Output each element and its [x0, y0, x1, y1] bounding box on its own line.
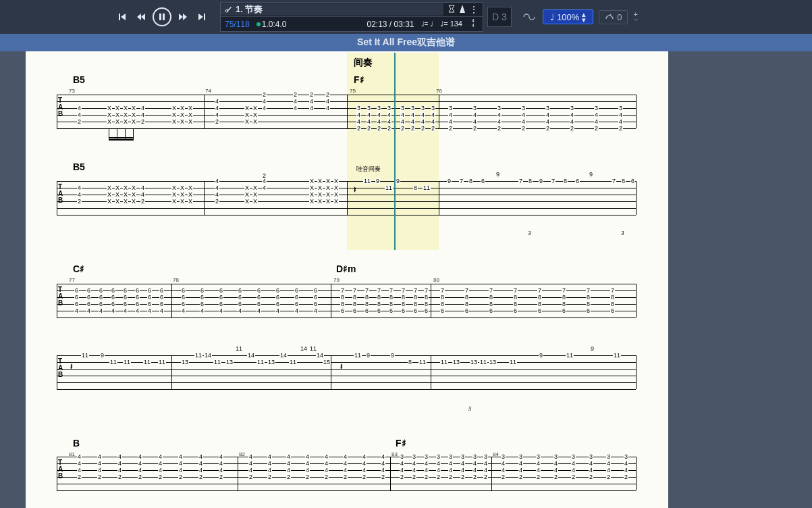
- tab-note: 11: [109, 359, 117, 365]
- tab-note: 6: [219, 295, 223, 301]
- tab-note: 8: [489, 295, 493, 301]
- tab-note: 6: [424, 308, 429, 314]
- tab-note: 4: [293, 99, 298, 105]
- tab-mute: X: [180, 112, 185, 118]
- tab-mute: X: [244, 199, 250, 205]
- tab-note: 7: [440, 288, 445, 294]
- tab-note: 3: [618, 105, 623, 111]
- skip-end-button[interactable]: [194, 9, 209, 24]
- tab-note: 4: [123, 308, 128, 314]
- tab-note: 4: [324, 461, 329, 467]
- key-display[interactable]: D 3: [487, 7, 512, 27]
- tab-note: 11: [509, 359, 517, 365]
- relative-speed[interactable]: 1.0:4.0: [256, 20, 287, 29]
- speed-value: 0: [617, 12, 622, 22]
- tab-note: 4: [77, 185, 82, 191]
- tab-note: 4: [286, 454, 291, 460]
- tab-note: 4: [147, 308, 152, 314]
- tab-note: 4: [362, 461, 367, 467]
- tab-note: 6: [74, 288, 79, 294]
- beam: [109, 139, 133, 141]
- bar-line: [347, 181, 348, 215]
- tab-note: 4: [518, 467, 523, 474]
- tab-note: 4: [215, 112, 219, 118]
- speed-control[interactable]: 0: [599, 10, 628, 24]
- tab-note: 4: [219, 467, 223, 474]
- tab-note: 4: [215, 105, 219, 111]
- tab-mute: X: [131, 112, 136, 118]
- forward-button[interactable]: [175, 9, 190, 24]
- loop-button[interactable]: [520, 8, 537, 26]
- tab-note: 3: [421, 105, 425, 111]
- zoom-control[interactable]: ♩ 100% ▴▾: [543, 9, 593, 24]
- rewind-button[interactable]: [134, 9, 148, 24]
- content-area[interactable]: 间奏 哇音间奏 B5 F♯ B5 C♯ D♯m B F♯ 73 74 75 76…: [0, 51, 812, 508]
- tab-note: 2: [77, 199, 82, 205]
- tab-note: 4: [219, 308, 223, 314]
- tab-mute: X: [325, 178, 331, 184]
- tab-note: 7: [612, 178, 616, 184]
- time-signature-icon[interactable]: 44: [469, 18, 479, 30]
- staff-line: [57, 355, 636, 356]
- tab-note: 8: [513, 295, 518, 301]
- tab-note: 4: [238, 308, 242, 314]
- tab-note: 3: [448, 105, 453, 111]
- bar-position[interactable]: 75/118: [225, 20, 250, 29]
- tab-note: 6: [489, 308, 493, 314]
- staff-line: [57, 297, 636, 298]
- tab-note: 6: [275, 301, 280, 307]
- track-name[interactable]: 1. 节奏: [221, 3, 443, 16]
- chord-B5-2: B5: [73, 161, 85, 172]
- tab-mute: X: [131, 119, 136, 125]
- tab-note: 8: [413, 295, 418, 301]
- tab-note: 2: [424, 474, 429, 480]
- tab-note: 3: [410, 105, 415, 111]
- tab-note: 11: [440, 359, 448, 365]
- tab-note: 4: [412, 461, 416, 467]
- tab-note: 7: [537, 288, 542, 294]
- measure-78: 78: [173, 277, 179, 283]
- tab-note: 2: [387, 126, 391, 132]
- tab-mute: X: [309, 199, 315, 205]
- time-display[interactable]: 02:13 / 03:31: [367, 20, 414, 29]
- tab-note: 2: [553, 474, 558, 480]
- tab-note: 9: [100, 353, 105, 359]
- countdown-icon[interactable]: [448, 4, 456, 16]
- tab-note: 11: [158, 359, 166, 365]
- tab-note: 4: [200, 308, 205, 314]
- speed-stepper[interactable]: +−: [633, 11, 637, 22]
- tab-note: 3: [424, 454, 429, 460]
- tab-note: 6: [159, 288, 164, 294]
- tab-note: 4: [267, 454, 272, 460]
- play-pause-button[interactable]: [153, 7, 171, 26]
- tab-mute: X: [180, 199, 185, 205]
- tab-note: 4: [553, 461, 558, 467]
- tab-note: 7: [551, 178, 556, 184]
- tab-note: 11: [418, 359, 427, 365]
- tab-note: 8: [489, 301, 493, 307]
- more-icon[interactable]: ⋮: [469, 4, 479, 15]
- tab-note: 4: [117, 467, 122, 474]
- tab-note: 4: [198, 454, 203, 460]
- tab-note: 8: [586, 301, 591, 307]
- tab-note: 6: [200, 301, 205, 307]
- tempo-tap[interactable]: ♩= ♩: [421, 20, 434, 28]
- tab-note: 2: [448, 474, 453, 480]
- bar-line: [331, 355, 331, 389]
- tab-note: 6: [586, 308, 591, 314]
- tab-note: 4: [140, 185, 145, 191]
- tab-note: 4: [624, 461, 628, 467]
- tab-note: 6: [575, 178, 580, 184]
- tab-note: 4: [377, 112, 381, 118]
- tempo-bpm[interactable]: ♩= 134: [440, 20, 462, 28]
- tab-note: 3: [400, 105, 405, 111]
- tab-note: 4: [594, 119, 599, 125]
- zoom-value: 100%: [557, 12, 579, 22]
- tab-note: 6: [377, 308, 381, 314]
- tab-note: 2: [158, 474, 163, 480]
- tab-mute: X: [333, 199, 339, 205]
- zoom-stepper[interactable]: ▴▾: [582, 11, 586, 22]
- tab-note: 2: [410, 126, 415, 132]
- metronome-icon[interactable]: [458, 4, 466, 16]
- skip-start-button[interactable]: [115, 9, 130, 24]
